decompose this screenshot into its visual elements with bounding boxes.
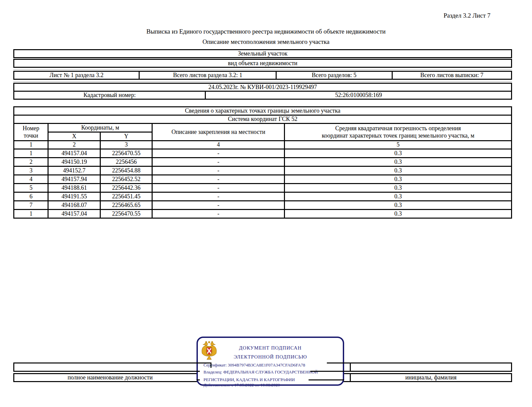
coord-y: 2256452.52 [100, 175, 152, 184]
table-line-segment [210, 362, 211, 368]
coord-y: 2256465.65 [100, 201, 152, 210]
extract-sheets-total-cell: Всего листов выписки: 7 [392, 71, 511, 79]
object-type-table: Земельный участок [13, 49, 512, 58]
initials-surname-label: инициалы, фамилия [350, 374, 511, 382]
table-line-segment [327, 362, 344, 363]
coord-y: 2256470.55 [100, 149, 152, 158]
coord-x: 494152.7 [48, 166, 100, 175]
point-error: 0.3 [285, 158, 512, 166]
table-line-segment [197, 371, 200, 372]
point-description: - [152, 192, 285, 201]
table-line-segment [197, 379, 200, 380]
section-sheet-header: Раздел 3.2 Лист 7 [444, 12, 490, 19]
table-line-segment [309, 379, 344, 380]
digital-signature-stamp: ДОКУМЕНТ ПОДПИСАН ЭЛЕКТРОННОЙ ПОДПИСЬЮ С… [197, 337, 344, 386]
coord-x: 494191.55 [48, 192, 100, 201]
point-number: 1 [14, 149, 48, 158]
point-error: 0.3 [285, 149, 512, 158]
registry-date-number: 24.05.2023г. № КУВИ-001/2023-119929497 [14, 83, 512, 91]
point-error: 0.3 [285, 201, 512, 210]
col-header-point-number: Номер точки [14, 124, 48, 141]
table-row: 7 494168.07 2256465.65 - 0.3 [14, 201, 512, 210]
signature-space-right [350, 363, 511, 371]
document-page: Раздел 3.2 Лист 7 Выписка из Единого гос… [0, 0, 532, 407]
divider-line [13, 81, 512, 82]
table-row: 4 494157.94 2256452.52 - 0.3 [14, 175, 512, 184]
point-description: - [152, 175, 285, 184]
col-index: 2 [48, 141, 100, 149]
coord-x: 494188.61 [48, 184, 100, 192]
signature-space-left [14, 363, 206, 371]
cadastral-number-value: 52:26:0100058:169 [205, 91, 512, 99]
point-number: 5 [14, 184, 48, 192]
point-description: - [152, 158, 285, 166]
document-title: Выписка из Единого государственного реес… [17, 28, 515, 35]
coord-x: 494157.04 [48, 149, 100, 158]
col-header-description: Описание закрепления на местности [152, 124, 285, 141]
document-subtitle: Описание местоположения земельного участ… [17, 38, 515, 46]
sections-total-cell: Всего разделов: 5 [276, 71, 392, 79]
point-description: - [152, 201, 285, 210]
object-type-value: Земельный участок [14, 50, 512, 58]
point-number: 2 [14, 158, 48, 166]
stamp-certificate: Сертификат: 3094B7974B3CA8E1F07A347CFAD6… [203, 362, 305, 368]
table-row: 3 494152.7 2256454.88 - 0.3 [14, 166, 512, 175]
point-error: 0.3 [285, 210, 512, 218]
point-description: - [152, 166, 285, 175]
cadastral-number-label: Кадастровый номер: [14, 91, 205, 99]
sheet-info-table: Лист № 1 раздела 3.2 Всего листов раздел… [13, 71, 512, 80]
stamp-title-line1: ДОКУМЕНТ ПОДПИСАН [198, 345, 343, 351]
table-row: 1 494157.04 2256470.55 - 0.3 [14, 210, 512, 218]
point-number: 7 [14, 201, 48, 210]
table-line-segment [197, 362, 211, 363]
point-number: 3 [14, 166, 48, 175]
col-index: 3 [100, 141, 152, 149]
registry-info-table: 24.05.2023г. № КУВИ-001/2023-119929497 К… [13, 83, 512, 100]
coord-y: 2256454.88 [100, 166, 152, 175]
col-index: 5 [285, 141, 512, 149]
col-header-point-number-line2: точки [16, 132, 46, 140]
divider-line [13, 69, 512, 70]
table-row: 6 494191.55 2256451.45 - 0.3 [14, 192, 512, 201]
col-index: 1 [14, 141, 48, 149]
coord-x: 494157.94 [48, 175, 100, 184]
col-header-y: Y [100, 132, 152, 141]
stamp-title-line2: ЭЛЕКТРОННОЙ ПОДПИСЬЮ [198, 354, 343, 360]
stamp-validity: Действителен: с 17.05.2022 по 10.08.2023 [203, 382, 280, 388]
col-header-x: X [48, 132, 100, 141]
stamp-owner-line1: Владелец: ФЕДЕРАЛЬНАЯ СЛУЖБА ГОСУДАРСТВЕ… [203, 369, 318, 375]
object-type-caption-table: вид объекта недвижимости [13, 59, 512, 68]
col-header-coordinates: Координаты, м [48, 124, 152, 132]
table-row: 1 494157.04 2256470.55 - 0.3 [14, 149, 512, 158]
points-table: Сведения о характерных точках границы зе… [13, 106, 512, 219]
point-description: - [152, 149, 285, 158]
col-header-error-line2: координат характерных точек границ земел… [286, 132, 510, 140]
coord-y: 2256456 [100, 158, 152, 166]
sheet-number-cell: Лист № 1 раздела 3.2 [14, 71, 139, 79]
point-number: 4 [14, 175, 48, 184]
col-header-point-number-line1: Номер [16, 125, 46, 132]
coord-x: 494150.19 [48, 158, 100, 166]
section-sheets-total-cell: Всего листов раздела 3.2: 1 [139, 71, 276, 79]
coord-x: 494157.04 [48, 210, 100, 218]
coord-y: 2256451.45 [100, 192, 152, 201]
stamp-owner-line2: РЕГИСТРАЦИИ, КАДАСТРА И КАРТОГРАФИИ [203, 377, 295, 382]
col-header-error-line1: Средняя квадратичная погрешность определ… [286, 125, 510, 132]
coord-y: 2256470.55 [100, 210, 152, 218]
point-number: 1 [14, 210, 48, 218]
point-error: 0.3 [285, 166, 512, 175]
point-error: 0.3 [285, 175, 512, 184]
point-number: 6 [14, 192, 48, 201]
coord-system-label: Система координат ГСК 52 [14, 115, 512, 124]
coord-y: 2256442.36 [100, 184, 152, 192]
points-table-title: Сведения о характерных точках границы зе… [14, 107, 512, 115]
table-row: 2 494150.19 2256456 - 0.3 [14, 158, 512, 166]
col-index: 4 [152, 141, 285, 149]
point-description: - [152, 210, 285, 218]
object-type-caption: вид объекта недвижимости [14, 59, 512, 67]
position-title-label: полное наименование должности [14, 374, 206, 382]
point-error: 0.3 [285, 184, 512, 192]
point-error: 0.3 [285, 192, 512, 201]
table-line-segment [310, 371, 344, 372]
coord-x: 494168.07 [48, 201, 100, 210]
